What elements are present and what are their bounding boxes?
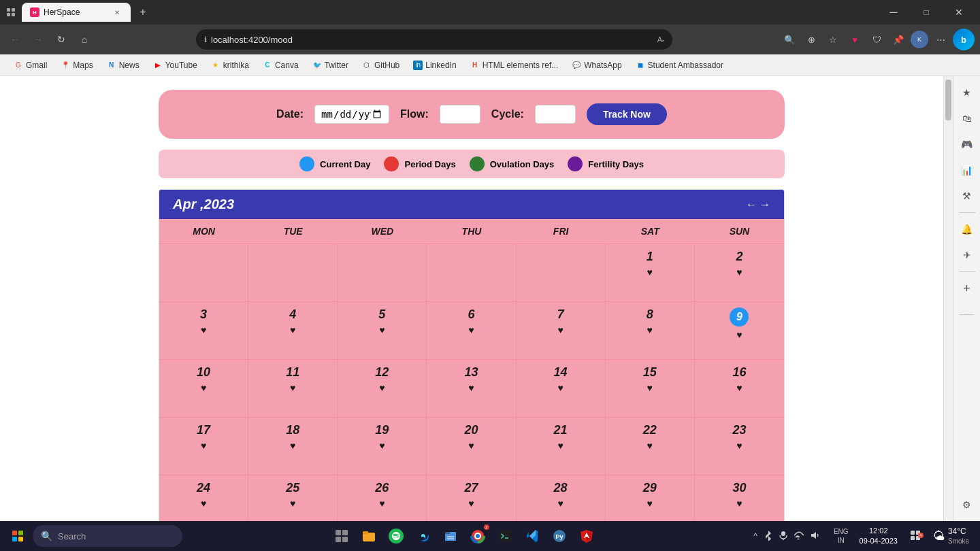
chrome-button[interactable]: 2 [465,523,491,549]
day-cell-28[interactable]: 28 ♥ [517,475,606,521]
address-bar[interactable]: ℹ localhost:4200/mood Aᵣ [196,29,672,50]
date-input[interactable] [314,105,389,124]
day-cell-19[interactable]: 19 ♥ [338,418,427,475]
taskview-button[interactable] [329,523,355,549]
day-cell-2[interactable]: 2 ♥ [695,244,784,302]
day-cell-13[interactable]: 13 ♥ [427,360,516,418]
day-cell-7[interactable]: 7 ♥ [517,302,606,360]
forward-button[interactable]: → [29,30,48,49]
day-cell-25[interactable]: 25 ♥ [248,475,338,521]
terminal-button[interactable] [492,523,518,549]
profile-avatar[interactable]: K [911,31,928,48]
bookmark-youtube[interactable]: ▶ YouTube [148,59,203,72]
day-cell-15[interactable]: 15 ♥ [606,360,695,418]
day-cell-8[interactable]: 8 ♥ [606,302,695,360]
sidebar-office-btn[interactable]: 📊 [956,159,978,181]
page-scrollbar[interactable] [943,76,953,521]
bookmark-whatsapp[interactable]: 💬 WhatsApp [566,59,627,72]
sidebar-settings-btn[interactable]: ⚙ [956,494,978,516]
view-icon[interactable] [5,7,16,18]
scrollbar-thumb[interactable] [945,80,951,120]
file-explorer-button[interactable] [356,523,382,549]
day-cell-10[interactable]: 10 ♥ [159,360,248,418]
notification-center-button[interactable]: 4 [906,530,925,542]
python-button[interactable]: Py [546,523,572,549]
sidebar-zoom-in-btn[interactable]: + [956,278,978,299]
sidebar-favorites-btn[interactable]: ★ [956,82,978,103]
weather-widget[interactable]: 🌤 34°C Smoke [928,527,975,546]
bookmark-student-ambassador[interactable]: ◼ Student Ambassador [630,59,729,72]
browser-tab[interactable]: H HerSpace ✕ [22,3,131,22]
day-cell-14[interactable]: 14 ♥ [517,360,606,418]
day-cell-5[interactable]: 5 ♥ [338,302,427,360]
calendar-navigation[interactable]: ← → [746,199,770,211]
file-manager-button[interactable] [438,523,463,549]
edge-browser-button[interactable] [410,523,436,549]
day-cell-17[interactable]: 17 ♥ [159,418,248,475]
day-cell-4[interactable]: 4 ♥ [248,302,338,360]
day-cell-6[interactable]: 6 ♥ [427,302,516,360]
collections-btn[interactable]: ♥ [845,30,864,49]
taskbar-search[interactable]: 🔍 Search [33,525,182,547]
bluetooth-icon[interactable] [762,529,775,544]
day-cell-18[interactable]: 18 ♥ [248,418,338,475]
search-toolbar-btn[interactable]: 🔍 [780,30,799,49]
sidebar-notifications-btn[interactable]: 🔔 [956,218,978,240]
clock-display[interactable]: 12:02 09-04-2023 [854,526,903,547]
tab-close-button[interactable]: ✕ [112,7,122,18]
reload-button[interactable]: ↻ [52,30,71,49]
bookmark-github[interactable]: ⬡ GitHub [357,59,405,72]
home-button[interactable]: ⌂ [75,30,94,49]
bookmark-gmail[interactable]: G Gmail [8,59,52,72]
day-cell-21[interactable]: 21 ♥ [517,418,606,475]
day-cell-1[interactable]: 1 ♥ [606,244,695,302]
day-cell-11[interactable]: 11 ♥ [248,360,338,418]
favorites-btn[interactable]: ☆ [823,30,843,49]
bookmark-news[interactable]: N News [101,59,145,72]
day-cell-16[interactable]: 16 ♥ [695,360,784,418]
minimize-button[interactable]: ─ [878,1,909,23]
day-cell-26[interactable]: 26 ♥ [338,475,427,521]
day-cell-23[interactable]: 23 ♥ [695,418,784,475]
pin-btn[interactable]: 📌 [889,30,908,49]
bookmark-canva[interactable]: C Canva [257,59,304,72]
bing-chat-btn[interactable]: b [953,29,975,50]
reader-icon[interactable]: Aᵣ [657,35,664,44]
sidebar-tools-btn[interactable]: ⚒ [956,185,978,207]
volume-icon[interactable] [808,530,823,543]
bookmark-maps[interactable]: 📍 Maps [55,59,98,72]
day-cell-3[interactable]: 3 ♥ [159,302,248,360]
bookmark-krithika[interactable]: ★ krithika [206,59,255,72]
day-cell-27[interactable]: 27 ♥ [427,475,516,521]
bookmark-twitter[interactable]: 🐦 Twitter [307,59,354,72]
day-cell-30[interactable]: 30 ♥ [695,475,784,521]
bookmark-html[interactable]: H HTML elements ref... [465,59,564,72]
more-menu-btn[interactable]: ⋯ [931,30,950,49]
back-button[interactable]: ← [5,30,24,49]
maximize-button[interactable]: □ [911,1,942,23]
sidebar-shopping-btn[interactable]: 🛍 [956,107,978,129]
day-cell-12[interactable]: 12 ♥ [338,360,427,418]
spotify-button[interactable] [383,523,409,549]
microphone-icon[interactable] [777,529,790,544]
network-icon[interactable] [791,530,806,543]
language-indicator[interactable]: ENG IN [831,527,851,545]
cycle-input[interactable] [535,105,576,124]
shield-btn[interactable]: 🛡 [867,30,886,49]
day-cell-22[interactable]: 22 ♥ [606,418,695,475]
new-tab-button[interactable]: + [133,3,152,22]
angular-button[interactable] [574,523,600,549]
start-button[interactable] [5,524,30,548]
hidden-icons-btn[interactable]: ^ [751,530,760,542]
sidebar-share-btn[interactable]: ✈ [956,244,978,266]
day-cell-29[interactable]: 29 ♥ [606,475,695,521]
prev-month-arrow[interactable]: ← [746,199,757,211]
vscode-button[interactable] [519,523,545,549]
close-window-button[interactable]: ✕ [943,1,975,23]
day-cell-20[interactable]: 20 ♥ [427,418,516,475]
bookmark-linkedin[interactable]: in LinkedIn [408,59,461,72]
track-now-button[interactable]: Track Now [587,103,667,125]
day-cell-24[interactable]: 24 ♥ [159,475,248,521]
next-month-arrow[interactable]: → [760,199,770,211]
extensions-btn[interactable]: ⊕ [802,30,821,49]
